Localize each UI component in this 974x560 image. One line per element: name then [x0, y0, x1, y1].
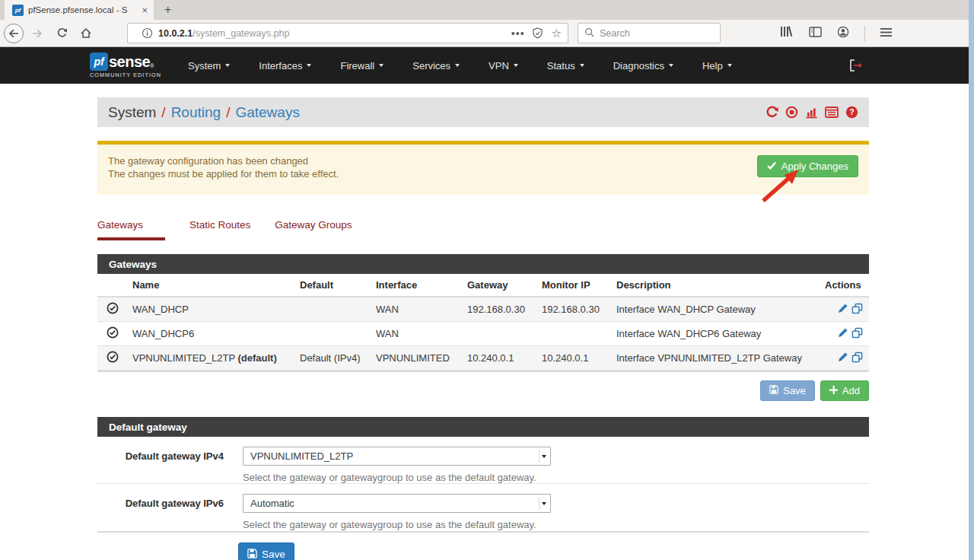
chevron-down-icon: [580, 64, 584, 67]
screen: pf pfSense.pfsense.local - S × + 10.0.2.…: [0, 0, 974, 560]
chevron-down-icon: [455, 64, 460, 67]
reload-icon[interactable]: [51, 24, 72, 43]
gateway-enabled-icon: [107, 302, 119, 317]
copy-icon[interactable]: [851, 327, 863, 341]
help-icon[interactable]: ?: [845, 106, 858, 119]
page-actions-icon[interactable]: •••: [511, 27, 525, 40]
default-gateway-ipv6-row: Default gateway IPv6 Automatic Select th…: [97, 484, 869, 531]
pfsense-logo[interactable]: pf sense ® COMMUNITY EDITION: [90, 52, 163, 78]
tab-close-icon[interactable]: ×: [142, 5, 148, 15]
tab-static-routes[interactable]: Static Routes: [189, 215, 250, 240]
chevron-down-icon: [379, 64, 384, 67]
gateways-panel-title: Gateways: [97, 254, 869, 274]
alert-gateway-changed: The gateway configuration has been chang…: [97, 141, 869, 195]
breadcrumb-section: System: [108, 104, 156, 121]
url-bar[interactable]: 10.0.2.1/system_gateways.php ••• ☆: [127, 23, 568, 43]
table-row: WAN_DHCP6 WAN Interface WAN_DHCP6 Gatewa…: [97, 322, 869, 346]
ipv6-help-text: Select the gateway or gatewaygroup to us…: [243, 519, 551, 530]
tab-gateway-groups[interactable]: Gateway Groups: [275, 215, 352, 240]
refresh-icon[interactable]: [766, 106, 778, 119]
gateways-panel: Gateways Name Default Interface Gateway: [97, 254, 869, 372]
menu-system[interactable]: System: [173, 54, 244, 78]
chevron-down-icon: [514, 64, 518, 67]
logout-icon[interactable]: [849, 59, 862, 75]
monitoring-chart-icon[interactable]: [805, 107, 818, 119]
account-icon[interactable]: [837, 26, 849, 41]
breadcrumb-page-gateways[interactable]: Gateways: [235, 104, 299, 121]
default-gateway-ipv6-select[interactable]: Automatic: [243, 494, 551, 513]
edit-pencil-icon[interactable]: [837, 352, 848, 365]
gateway-enabled-icon: [107, 326, 119, 341]
search-input[interactable]: [600, 28, 706, 39]
forward-icon[interactable]: [27, 24, 48, 43]
status-gateways-icon[interactable]: [785, 106, 798, 119]
menu-hamburger-icon[interactable]: [880, 27, 892, 40]
browser-tab[interactable]: pf pfSense.pfsense.local - S ×: [5, 0, 154, 20]
table-actions-row: Save Add: [97, 380, 869, 401]
toolbar-right-icons: [780, 26, 892, 41]
menu-status[interactable]: Status: [533, 54, 599, 78]
menu-services[interactable]: Services: [398, 54, 474, 78]
library-icon[interactable]: [780, 26, 794, 40]
tab-strip: Gateways Static Routes Gateway Groups: [97, 215, 869, 240]
logo-sense-text: sense: [109, 53, 150, 71]
menu-interfaces[interactable]: Interfaces: [244, 54, 326, 78]
chevron-down-icon: [307, 64, 311, 67]
tab-gateways[interactable]: Gateways: [97, 215, 165, 240]
page-content: System / Routing / Gateways: [0, 84, 969, 560]
table-header-row: Name Default Interface Gateway Monitor I…: [97, 274, 869, 297]
browser-toolbar: 10.0.2.1/system_gateways.php ••• ☆: [0, 20, 969, 47]
tab-title: pfSense.pfsense.local - S: [28, 5, 137, 14]
table-row: WAN_DHCP WAN 192.168.0.30 192.168.0.30 I…: [97, 297, 869, 322]
copy-icon[interactable]: [851, 352, 863, 365]
logo-subtitle: COMMUNITY EDITION: [90, 72, 163, 78]
menu-vpn[interactable]: VPN: [474, 54, 533, 78]
navbar-menu: System Interfaces Firewall Services VPN …: [173, 54, 746, 78]
menu-diagnostics[interactable]: Diagnostics: [599, 54, 688, 78]
floppy-icon: [247, 549, 257, 560]
back-icon[interactable]: [4, 24, 24, 43]
site-info-icon[interactable]: [142, 27, 153, 39]
log-list-icon[interactable]: [825, 107, 839, 118]
add-gateway-button[interactable]: Add: [820, 380, 869, 401]
save-order-button[interactable]: Save: [760, 380, 815, 401]
search-box[interactable]: [578, 23, 721, 43]
new-tab-button[interactable]: +: [154, 0, 182, 20]
scrollbar[interactable]: [969, 0, 974, 560]
chevron-down-icon: [727, 64, 732, 67]
url-host: 10.0.2.1: [158, 28, 193, 39]
plus-icon: [829, 385, 838, 396]
col-actions: Actions: [819, 274, 869, 297]
default-gateway-ipv4-row: Default gateway IPv4 VPNUNLIMITED_L2TP S…: [97, 437, 869, 484]
menu-firewall[interactable]: Firewall: [326, 54, 398, 78]
edit-pencil-icon[interactable]: [837, 327, 848, 341]
breadcrumb-link-routing[interactable]: Routing: [171, 104, 221, 121]
sidebar-icon[interactable]: [809, 27, 822, 40]
col-description: Description: [610, 274, 819, 297]
logo-registered-mark: ®: [150, 63, 154, 68]
bookmark-star-icon[interactable]: ☆: [552, 27, 562, 40]
col-default: Default: [294, 274, 370, 297]
default-gateway-panel-title: Default gateway: [97, 417, 869, 437]
alert-line-1: The gateway configuration has been chang…: [108, 154, 858, 167]
menu-help[interactable]: Help: [688, 54, 746, 78]
breadcrumb-separator: /: [161, 104, 165, 121]
browser-tab-bar: pf pfSense.pfsense.local - S × +: [0, 0, 969, 20]
url-path: /system_gateways.php: [193, 28, 289, 39]
gateway-enabled-icon: [107, 351, 119, 365]
edit-pencil-icon[interactable]: [837, 303, 848, 317]
alert-line-2: The changes must be applied for them to …: [108, 167, 858, 180]
ipv6-label: Default gateway IPv6: [108, 494, 224, 531]
ipv4-help-text: Select the gateway or gatewaygroup to us…: [243, 472, 551, 483]
select-arrow-icon: [539, 498, 549, 510]
save-default-gateway-button[interactable]: Save: [238, 542, 294, 560]
svg-text:?: ?: [849, 107, 854, 116]
home-icon[interactable]: [75, 24, 97, 43]
tracking-shield-icon[interactable]: [533, 27, 543, 39]
copy-icon[interactable]: [851, 303, 863, 317]
apply-changes-button[interactable]: Apply Changes: [757, 155, 858, 177]
default-gateway-ipv4-select[interactable]: VPNUNLIMITED_L2TP: [243, 447, 551, 466]
pfsense-favicon: pf: [12, 5, 24, 16]
col-interface: Interface: [370, 274, 461, 297]
check-icon: [767, 161, 776, 172]
